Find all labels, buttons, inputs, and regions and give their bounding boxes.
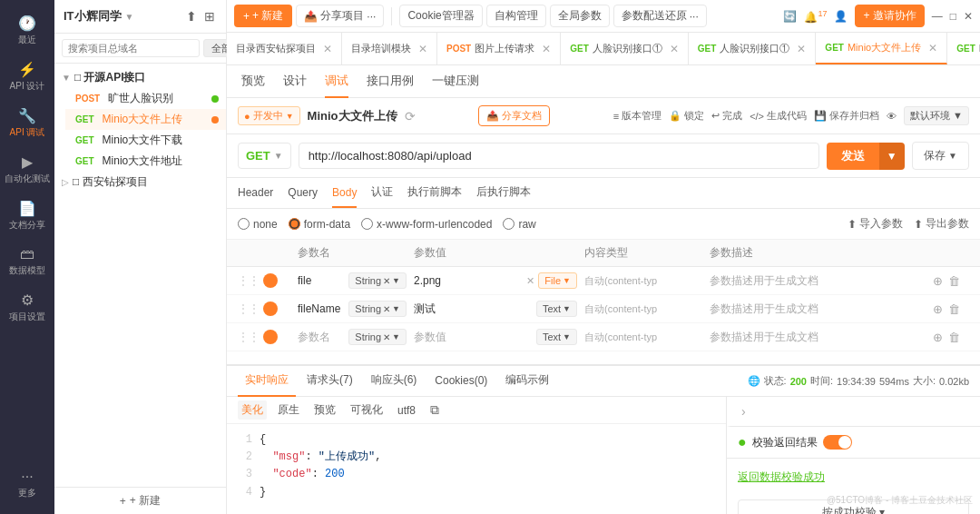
param-value-input-new[interactable] — [414, 331, 533, 343]
param-value-input-filename[interactable] — [414, 302, 533, 315]
share-project-button[interactable]: 📤 分享项目 ··· — [296, 5, 384, 27]
save-button[interactable]: 保存 ▼ — [912, 142, 969, 170]
tree-layout-btn[interactable]: ⊞ — [202, 7, 217, 25]
radio-urlencoded[interactable]: x-www-form-urlencoded — [361, 218, 492, 231]
sidebar-item-project[interactable]: ⚙ 项目设置 — [0, 284, 54, 331]
sidebar-item-recent[interactable]: 🕐 最近 — [0, 7, 54, 54]
params-tab-post-script[interactable]: 后执行脚本 — [476, 177, 531, 209]
format-preview-btn[interactable]: 预览 — [310, 400, 339, 420]
global-params-button[interactable]: 全局参数 — [550, 5, 610, 27]
text-chevron-icon[interactable]: ▼ — [563, 304, 571, 313]
tree-node-post-face[interactable]: POST 旷世人脸识别 — [65, 88, 226, 109]
method-select[interactable]: GET ▼ — [238, 143, 291, 169]
remove-icon[interactable]: ✕ — [383, 276, 390, 286]
radio-form-data[interactable]: form-data — [289, 218, 350, 231]
env-select[interactable]: 默认环境 ▼ — [904, 106, 969, 125]
tab-close-dir-xian[interactable]: ✕ — [323, 43, 332, 55]
tab-close-get-minio-up[interactable]: ✕ — [928, 42, 937, 54]
radio-raw-input[interactable] — [503, 218, 514, 230]
params-tab-auth[interactable]: 认证 — [371, 177, 393, 209]
param-desc-new[interactable] — [710, 331, 926, 343]
remove-value-icon[interactable]: ✕ — [526, 275, 534, 287]
file-chevron-icon[interactable]: ▼ — [563, 276, 571, 285]
tree-node-get-minio-address[interactable]: GET Minio大文件地址 — [65, 151, 226, 172]
minimize-icon[interactable]: — — [932, 10, 943, 23]
delete-row-btn-filename[interactable]: 🗑 — [948, 302, 960, 316]
sidebar-item-more[interactable]: ··· 更多 — [0, 461, 54, 507]
remove-icon[interactable]: ✕ — [383, 304, 390, 314]
tree-node-get-minio-upload[interactable]: GET Minio大文件上传 — [65, 109, 226, 130]
delete-row-btn-file[interactable]: 🗑 — [948, 274, 960, 288]
tab-close-post-img[interactable]: ✕ — [542, 43, 551, 55]
doc-manager-button[interactable]: 自构管理 — [486, 5, 546, 27]
sub-tab-example[interactable]: 接口用例 — [367, 65, 414, 98]
tab-post-img[interactable]: POST 图片上传请求 ✕ — [437, 33, 561, 64]
response-tab-cookies[interactable]: Cookies(0) — [427, 367, 495, 396]
sub-tab-design[interactable]: 设计 — [283, 65, 307, 98]
response-tab-example[interactable]: 编码示例 — [498, 365, 556, 397]
export-params-button[interactable]: ⬆ 导出参数 — [914, 216, 969, 232]
sub-tab-stress[interactable]: 一键压测 — [432, 65, 479, 98]
params-tab-header[interactable]: Header — [238, 179, 273, 208]
save-archive-action[interactable]: 💾 保存并归档 — [814, 109, 879, 123]
tree-search-input[interactable] — [62, 39, 200, 57]
sidebar-item-doc[interactable]: 📄 文档分享 — [0, 193, 54, 239]
tree-node-xian[interactable]: ▷ □ 西安钻探项目 — [54, 172, 226, 193]
confirm-action[interactable]: ↩ 完成 — [711, 109, 742, 123]
send-dropdown-button[interactable]: ▼ — [879, 143, 905, 170]
version-action[interactable]: ≡ 版本管理 — [613, 109, 662, 123]
sidebar-item-data-model[interactable]: 🗃 数据模型 — [0, 239, 54, 284]
params-tab-pre-script[interactable]: 执行前脚本 — [407, 177, 462, 209]
chevron-type-icon[interactable]: ▼ — [392, 332, 400, 341]
tab-get-face1[interactable]: GET 人脸识别接口① ✕ — [561, 33, 689, 64]
add-row-btn-filename[interactable]: ⊕ — [933, 302, 943, 316]
drag-handle[interactable]: ⋮⋮ — [238, 302, 256, 315]
tab-close-get-face2[interactable]: ✕ — [797, 43, 806, 55]
text-chevron-icon[interactable]: ▼ — [563, 332, 571, 341]
radio-urlencoded-input[interactable] — [361, 218, 373, 230]
radio-none[interactable]: none — [238, 218, 278, 231]
tab-get-minio-down[interactable]: GET Minio大文件下载 ✕ — [947, 33, 980, 64]
response-tab-realtime[interactable]: 实时响应 — [238, 365, 296, 397]
param-desc-file[interactable] — [710, 274, 926, 287]
remove-icon[interactable]: ✕ — [383, 332, 390, 342]
tab-close-get-face1[interactable]: ✕ — [670, 43, 679, 55]
file-badge[interactable]: File ▼ — [538, 272, 577, 289]
new-api-button[interactable]: + + 新建 — [54, 487, 226, 514]
params-tab-query[interactable]: Query — [288, 179, 318, 208]
maximize-icon[interactable]: □ — [950, 10, 956, 23]
params-tab-body[interactable]: Body — [332, 179, 357, 208]
eye-icon[interactable]: 👁 — [887, 111, 897, 122]
type-badge-file[interactable]: String ✕ ▼ — [348, 272, 407, 289]
type-badge-new[interactable]: String ✕ ▼ — [348, 329, 407, 345]
radio-raw[interactable]: raw — [503, 218, 535, 231]
response-tab-req-head[interactable]: 请求头(7) — [299, 365, 360, 397]
validation-result-link[interactable]: 返回数据校验成功 — [738, 470, 969, 485]
sync-icon[interactable]: ⟳ — [405, 109, 416, 124]
param-toggle-new[interactable] — [263, 330, 278, 344]
tab-dir-train[interactable]: 目录培训模块 ✕ — [342, 33, 437, 64]
validation-toggle-switch[interactable] — [823, 435, 852, 450]
url-input[interactable] — [299, 143, 819, 169]
format-raw-btn[interactable]: 原生 — [274, 400, 303, 420]
settings-icon[interactable]: 👤 — [834, 10, 848, 23]
add-row-btn-new[interactable]: ⊕ — [933, 331, 943, 344]
transfer-button[interactable]: 参数配送还原 ··· — [613, 5, 707, 27]
tab-get-face2[interactable]: GET 人脸识别接口① ✕ — [689, 33, 817, 64]
format-utf8-btn[interactable]: utf8 — [394, 402, 419, 419]
notification-icon[interactable]: 🔔17 — [804, 9, 827, 24]
sidebar-item-api-test[interactable]: 🔧 API 调试 — [0, 100, 54, 146]
tab-dir-xian[interactable]: 目录西安钻探项目 ✕ — [227, 33, 342, 64]
tab-get-minio-up[interactable]: GET Minio大文件上传 ✕ — [816, 33, 947, 64]
import-params-button[interactable]: ⬆ 导入参数 — [848, 216, 903, 232]
add-row-btn-file[interactable]: ⊕ — [933, 274, 943, 288]
param-desc-filename[interactable] — [710, 302, 926, 315]
chevron-type-icon[interactable]: ▼ — [392, 304, 400, 313]
chevron-type-icon[interactable]: ▼ — [392, 276, 400, 285]
copy-response-btn[interactable]: ⧉ — [430, 402, 439, 418]
text-badge-new[interactable]: Text ▼ — [536, 329, 577, 345]
generate-code-action[interactable]: </> 生成代码 — [750, 109, 807, 123]
refresh-icon[interactable]: 🔄 — [783, 10, 797, 23]
sidebar-item-api-design[interactable]: ⚡ API 设计 — [0, 54, 54, 100]
close-icon[interactable]: ✕ — [964, 10, 973, 23]
